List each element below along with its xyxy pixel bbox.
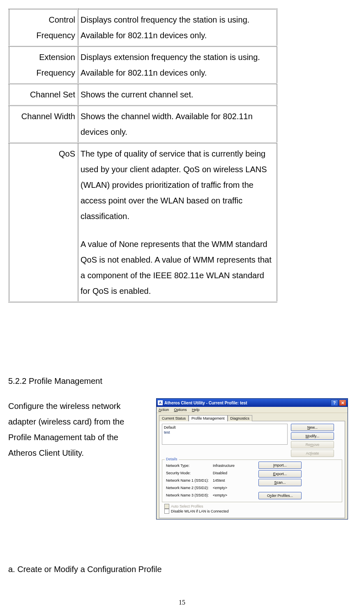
window-title: Atheros Client Utility - Current Profile…: [164, 401, 331, 405]
details-button-column: Import... Export... Scan... Order Profil…: [258, 462, 302, 499]
row-label: Channel Set: [9, 84, 78, 106]
detail-label: Network Name 3 (SSID3):: [166, 492, 212, 499]
app-icon: A: [158, 400, 163, 405]
profile-item-default[interactable]: Default: [163, 425, 286, 430]
tab-current-status[interactable]: Current Status: [159, 415, 189, 421]
menu-help[interactable]: Help: [192, 408, 200, 412]
content-row: Configure the wireless network adapter (…: [8, 398, 356, 519]
menu-options[interactable]: Options: [174, 408, 187, 412]
new-button[interactable]: New...: [291, 424, 334, 431]
row-label: QoS: [9, 143, 78, 302]
detail-value: <empty>: [212, 492, 254, 499]
disable-wlan-label: Disable WLAN if LAN is Connected: [171, 509, 229, 513]
page-number: 15: [8, 599, 356, 606]
detail-value: <empty>: [212, 485, 254, 491]
tab-row: Current Status Profile Management Diagno…: [159, 415, 345, 421]
scan-button[interactable]: Scan...: [258, 479, 302, 486]
export-button[interactable]: Export...: [258, 470, 302, 478]
table-row: Channel Width Shows the channel width. A…: [9, 106, 277, 143]
row-desc: Displays extension frequency the station…: [78, 46, 277, 84]
remove-button: Remove: [291, 441, 334, 448]
tab-content: Default test New... Modify... Remove Act…: [159, 421, 345, 518]
definition-table: Control Frequency Displays control frequ…: [8, 8, 277, 302]
row-label: Channel Width: [9, 106, 78, 143]
subsection-heading: a. Create or Modify a Configuration Prof…: [8, 565, 356, 574]
profile-item-test[interactable]: test: [163, 430, 286, 435]
details-grid: Network Type:Infrastructure Security Mod…: [165, 462, 255, 499]
close-icon[interactable]: ✕: [339, 399, 346, 406]
menu-action[interactable]: Action: [159, 408, 169, 412]
titlebar[interactable]: A Atheros Client Utility - Current Profi…: [157, 399, 348, 407]
details-row-area: Network Type:Infrastructure Security Mod…: [165, 462, 339, 499]
order-profiles-button[interactable]: Order Profiles...: [258, 492, 302, 499]
checkbox-area: Auto Select Profiles Disable WLAN if LAN…: [162, 502, 342, 515]
disable-wlan-row[interactable]: Disable WLAN if LAN is Connected: [164, 509, 340, 514]
spacer: [81, 224, 274, 236]
auto-select-label: Auto Select Profiles: [171, 504, 203, 508]
section-description: Configure the wireless network adapter (…: [8, 398, 148, 461]
qos-desc-p2: A value of None represents that the WMM …: [81, 240, 272, 295]
tab-diagnostics[interactable]: Diagnostics: [228, 415, 253, 421]
titlebar-buttons: ? ✕: [331, 399, 346, 406]
detail-value: 145test: [212, 477, 254, 484]
detail-label: Network Name 1 (SSID1):: [166, 477, 212, 484]
row-desc: Shows the current channel set.: [78, 84, 277, 106]
profile-button-column: New... Modify... Remove Activate: [291, 424, 334, 457]
row-desc: Shows the channel width. Available for 8…: [78, 106, 277, 143]
detail-label: Security Mode:: [166, 470, 212, 476]
profile-area: Default test New... Modify... Remove Act…: [162, 424, 342, 457]
detail-label: Network Name 2 (SSID2):: [166, 485, 212, 491]
table-row: QoS The type of quality of service that …: [9, 143, 277, 302]
row-label: Extension Frequency: [9, 46, 78, 84]
help-icon[interactable]: ?: [331, 399, 338, 406]
tab-profile-management[interactable]: Profile Management: [189, 415, 228, 421]
atheros-window: A Atheros Client Utility - Current Profi…: [156, 398, 348, 519]
details-label: Details: [165, 457, 179, 461]
auto-select-checkbox: [164, 504, 169, 509]
auto-select-row: Auto Select Profiles: [164, 504, 340, 509]
disable-wlan-checkbox[interactable]: [164, 509, 169, 514]
import-button[interactable]: Import...: [258, 462, 302, 469]
details-box: Details Network Type:Infrastructure Secu…: [162, 459, 342, 502]
modify-button[interactable]: Modify...: [291, 432, 334, 440]
table-row: Extension Frequency Displays extension f…: [9, 46, 277, 84]
detail-label: Network Type:: [166, 462, 212, 469]
row-desc: The type of quality of service that is c…: [78, 143, 277, 302]
detail-value: Infrastructure: [212, 462, 254, 469]
table-row: Channel Set Shows the current channel se…: [9, 84, 277, 106]
spacer: [258, 487, 302, 491]
activate-button: Activate: [291, 450, 334, 457]
section-heading: 5.2.2 Profile Management: [8, 376, 356, 386]
row-desc: Displays control frequency the station i…: [78, 9, 277, 46]
row-label: Control Frequency: [9, 9, 78, 46]
profile-list[interactable]: Default test: [162, 424, 288, 445]
table-row: Control Frequency Displays control frequ…: [9, 9, 277, 46]
menubar: Action Options Help: [157, 407, 348, 413]
detail-value: Disabled: [212, 470, 254, 476]
tabs-area: Current Status Profile Management Diagno…: [157, 413, 348, 519]
qos-desc-p1: The type of quality of service that is c…: [81, 149, 267, 221]
